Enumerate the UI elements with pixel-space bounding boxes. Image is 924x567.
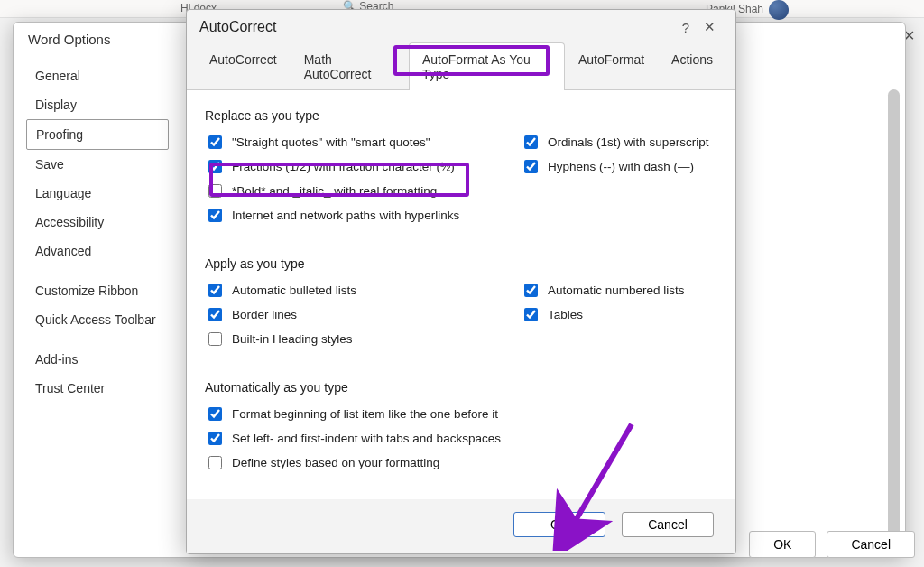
tab-autoformat-as-you-type[interactable]: AutoFormat As You Type xyxy=(409,42,565,90)
apply-left-checkbox-label-2: Built-in Heading styles xyxy=(232,332,353,346)
sidebar-item-advanced[interactable]: Advanced xyxy=(26,237,169,265)
replace-left-checkbox-label-3: Internet and network paths with hyperlin… xyxy=(232,209,459,222)
tab-autocorrect[interactable]: AutoCorrect xyxy=(196,42,291,90)
autocorrect-dialog: AutoCorrect ? ✕ AutoCorrectMath AutoCorr… xyxy=(186,9,736,554)
sidebar-item-accessibility[interactable]: Accessibility xyxy=(26,208,169,237)
replace-left-checkbox-0[interactable]: "Straight quotes" with "smart quotes" xyxy=(205,130,521,154)
auto-checkbox-1[interactable]: Set left- and first-indent with tabs and… xyxy=(205,426,717,451)
tab-actions[interactable]: Actions xyxy=(658,42,726,90)
sidebar-item-quick-access-toolbar[interactable]: Quick Access Toolbar xyxy=(26,305,169,334)
sidebar-item-display[interactable]: Display xyxy=(26,90,169,119)
section-replace-title: Replace as you type xyxy=(205,108,717,123)
replace-left-checkbox-3[interactable]: Internet and network paths with hyperlin… xyxy=(205,203,521,228)
apply-right-checkbox-input-1[interactable] xyxy=(524,308,538,321)
word-options-cancel-button[interactable]: Cancel xyxy=(827,531,915,558)
autocorrect-titlebar: AutoCorrect ? ✕ xyxy=(187,10,735,42)
replace-left-checkbox-label-0: "Straight quotes" with "smart quotes" xyxy=(232,135,430,149)
auto-checkbox-label-0: Format beginning of list item like the o… xyxy=(232,407,498,421)
apply-left-checkbox-input-1[interactable] xyxy=(208,308,222,321)
auto-checkbox-label-1: Set left- and first-indent with tabs and… xyxy=(232,432,501,445)
replace-left-checkbox-input-2[interactable] xyxy=(208,184,222,198)
replace-left-checkbox-2[interactable]: *Bold* and _italic_ with real formatting xyxy=(205,179,521,203)
replace-right-checkbox-1[interactable]: Hyphens (--) with dash (—) xyxy=(521,154,717,179)
apply-left-checkbox-input-0[interactable] xyxy=(208,284,222,297)
apply-right-checkbox-1[interactable]: Tables xyxy=(521,302,717,327)
replace-left-checkbox-input-3[interactable] xyxy=(208,209,222,222)
sidebar-item-add-ins[interactable]: Add-ins xyxy=(26,345,169,374)
apply-left-checkbox-0[interactable]: Automatic bulleted lists xyxy=(205,278,521,302)
apply-left-checkbox-input-2[interactable] xyxy=(208,332,222,346)
auto-checkbox-0[interactable]: Format beginning of list item like the o… xyxy=(205,402,717,426)
sidebar-item-general[interactable]: General xyxy=(26,61,169,90)
sidebar-item-customize-ribbon[interactable]: Customize Ribbon xyxy=(26,276,169,305)
replace-left-checkbox-1[interactable]: Fractions (1/2) with fraction character … xyxy=(205,154,521,179)
auto-checkbox-input-0[interactable] xyxy=(208,407,222,421)
autocorrect-footer: OK Cancel xyxy=(187,499,735,553)
close-icon[interactable]: ✕ xyxy=(697,19,723,35)
section-apply-title: Apply as you type xyxy=(205,256,717,271)
replace-left-checkbox-label-1: Fractions (1/2) with fraction character … xyxy=(232,160,455,173)
apply-left-checkbox-label-1: Border lines xyxy=(232,308,297,321)
replace-right-checkbox-label-0: Ordinals (1st) with superscript xyxy=(548,135,709,149)
tab-autoformat[interactable]: AutoFormat xyxy=(565,42,658,90)
apply-right-checkbox-label-0: Automatic numbered lists xyxy=(548,284,685,297)
auto-checkbox-input-2[interactable] xyxy=(208,456,222,469)
scrollbar-thumb[interactable] xyxy=(888,89,900,550)
apply-left-checkbox-1[interactable]: Border lines xyxy=(205,302,521,327)
section-auto-title: Automatically as you type xyxy=(205,380,717,395)
replace-right-checkbox-label-1: Hyphens (--) with dash (—) xyxy=(548,160,694,173)
sidebar-item-save[interactable]: Save xyxy=(26,150,169,179)
replace-right-checkbox-0[interactable]: Ordinals (1st) with superscript xyxy=(521,130,717,154)
word-options-ok-button[interactable]: OK xyxy=(749,531,816,558)
autocorrect-ok-button[interactable]: OK xyxy=(513,512,605,537)
auto-checkbox-label-2: Define styles based on your formatting xyxy=(232,456,439,469)
autocorrect-cancel-button[interactable]: Cancel xyxy=(622,512,714,537)
apply-left-checkbox-label-0: Automatic bulleted lists xyxy=(232,284,356,297)
replace-left-checkbox-label-2: *Bold* and _italic_ with real formatting xyxy=(232,184,437,198)
word-options-sidebar: GeneralDisplayProofingSaveLanguageAccess… xyxy=(14,56,176,557)
autocorrect-title: AutoCorrect xyxy=(199,19,675,35)
replace-left-checkbox-input-0[interactable] xyxy=(208,135,222,149)
apply-right-checkbox-label-1: Tables xyxy=(548,308,583,321)
word-options-footer: OK Cancel xyxy=(749,531,915,558)
apply-right-checkbox-0[interactable]: Automatic numbered lists xyxy=(521,278,717,302)
avatar xyxy=(769,0,789,20)
apply-left-checkbox-2[interactable]: Built-in Heading styles xyxy=(205,327,521,351)
tab-math-autocorrect[interactable]: Math AutoCorrect xyxy=(291,42,409,90)
autocorrect-tabs: AutoCorrectMath AutoCorrectAutoFormat As… xyxy=(187,42,735,90)
replace-left-checkbox-input-1[interactable] xyxy=(208,160,222,173)
auto-checkbox-input-1[interactable] xyxy=(208,432,222,445)
replace-right-checkbox-input-1[interactable] xyxy=(524,160,538,173)
sidebar-item-trust-center[interactable]: Trust Center xyxy=(26,374,169,403)
apply-right-checkbox-input-0[interactable] xyxy=(524,284,538,297)
help-icon[interactable]: ? xyxy=(675,20,697,35)
replace-right-checkbox-input-0[interactable] xyxy=(524,135,538,149)
auto-checkbox-2[interactable]: Define styles based on your formatting xyxy=(205,451,717,475)
sidebar-item-language[interactable]: Language xyxy=(26,179,169,208)
sidebar-item-proofing[interactable]: Proofing xyxy=(26,119,169,150)
autocorrect-content: Replace as you type "Straight quotes" wi… xyxy=(187,90,735,499)
